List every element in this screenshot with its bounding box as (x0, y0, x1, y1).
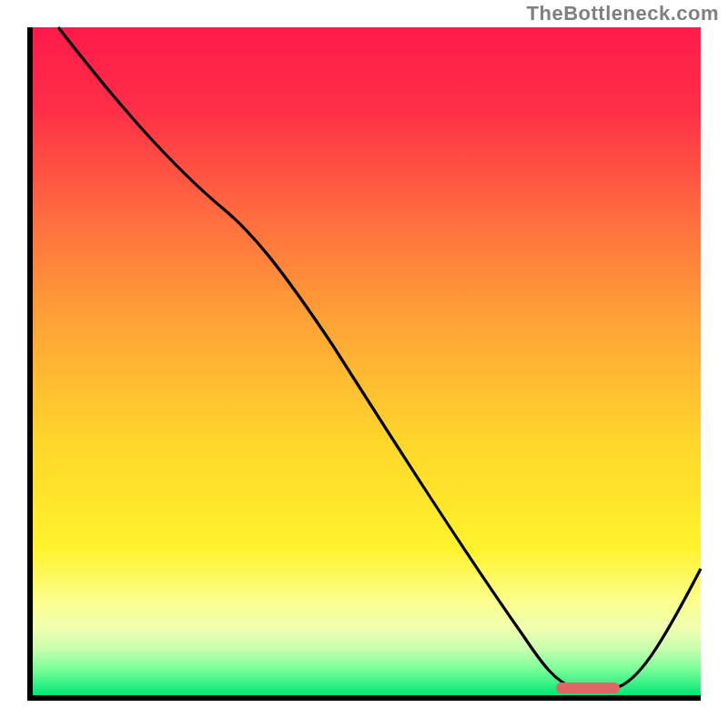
watermark-text: TheBottleneck.com (527, 2, 719, 25)
bottleneck-curve (58, 27, 701, 688)
curve-overlay (33, 27, 701, 695)
optimal-marker (556, 682, 620, 693)
chart-container: TheBottleneck.com (0, 0, 728, 728)
plot-area (27, 27, 701, 701)
